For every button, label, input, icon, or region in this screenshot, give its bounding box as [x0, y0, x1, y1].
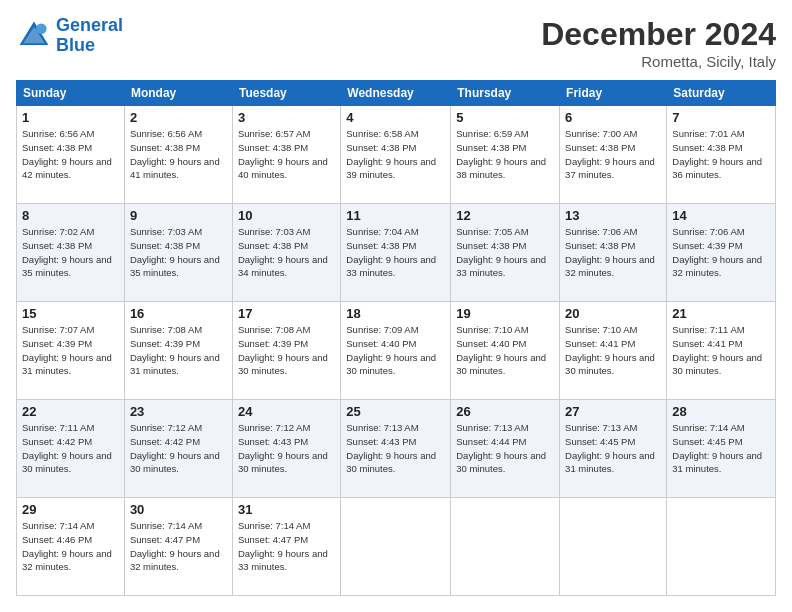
day-number: 26: [456, 404, 554, 419]
day-number: 6: [565, 110, 661, 125]
calendar-day: 21Sunrise: 7:11 AM Sunset: 4:41 PM Dayli…: [667, 302, 776, 400]
day-detail: Sunrise: 7:09 AM Sunset: 4:40 PM Dayligh…: [346, 323, 445, 378]
day-detail: Sunrise: 7:08 AM Sunset: 4:39 PM Dayligh…: [130, 323, 227, 378]
calendar-day: 1Sunrise: 6:56 AM Sunset: 4:38 PM Daylig…: [17, 106, 125, 204]
logo-line2: Blue: [56, 35, 95, 55]
day-number: 17: [238, 306, 335, 321]
weekday-header: Friday: [560, 81, 667, 106]
day-detail: Sunrise: 7:07 AM Sunset: 4:39 PM Dayligh…: [22, 323, 119, 378]
day-number: 13: [565, 208, 661, 223]
day-number: 15: [22, 306, 119, 321]
calendar-day: 16Sunrise: 7:08 AM Sunset: 4:39 PM Dayli…: [124, 302, 232, 400]
day-detail: Sunrise: 6:57 AM Sunset: 4:38 PM Dayligh…: [238, 127, 335, 182]
day-number: 3: [238, 110, 335, 125]
day-detail: Sunrise: 6:56 AM Sunset: 4:38 PM Dayligh…: [22, 127, 119, 182]
day-detail: Sunrise: 7:02 AM Sunset: 4:38 PM Dayligh…: [22, 225, 119, 280]
calendar-day: 19Sunrise: 7:10 AM Sunset: 4:40 PM Dayli…: [451, 302, 560, 400]
day-number: 4: [346, 110, 445, 125]
day-detail: Sunrise: 7:11 AM Sunset: 4:42 PM Dayligh…: [22, 421, 119, 476]
empty-cell: [667, 498, 776, 596]
empty-cell: [341, 498, 451, 596]
day-number: 11: [346, 208, 445, 223]
day-detail: Sunrise: 7:14 AM Sunset: 4:47 PM Dayligh…: [130, 519, 227, 574]
calendar-day: 13Sunrise: 7:06 AM Sunset: 4:38 PM Dayli…: [560, 204, 667, 302]
weekday-header: Monday: [124, 81, 232, 106]
calendar-day: 17Sunrise: 7:08 AM Sunset: 4:39 PM Dayli…: [232, 302, 340, 400]
calendar-day: 6Sunrise: 7:00 AM Sunset: 4:38 PM Daylig…: [560, 106, 667, 204]
day-number: 20: [565, 306, 661, 321]
calendar-day: 24Sunrise: 7:12 AM Sunset: 4:43 PM Dayli…: [232, 400, 340, 498]
location: Rometta, Sicily, Italy: [541, 53, 776, 70]
calendar-day: 10Sunrise: 7:03 AM Sunset: 4:38 PM Dayli…: [232, 204, 340, 302]
calendar-day: 11Sunrise: 7:04 AM Sunset: 4:38 PM Dayli…: [341, 204, 451, 302]
weekday-header: Thursday: [451, 81, 560, 106]
logo: General Blue: [16, 16, 123, 56]
calendar-day: 29Sunrise: 7:14 AM Sunset: 4:46 PM Dayli…: [17, 498, 125, 596]
day-number: 31: [238, 502, 335, 517]
calendar-day: 22Sunrise: 7:11 AM Sunset: 4:42 PM Dayli…: [17, 400, 125, 498]
day-detail: Sunrise: 7:13 AM Sunset: 4:44 PM Dayligh…: [456, 421, 554, 476]
day-number: 1: [22, 110, 119, 125]
calendar-day: 23Sunrise: 7:12 AM Sunset: 4:42 PM Dayli…: [124, 400, 232, 498]
day-number: 21: [672, 306, 770, 321]
empty-cell: [560, 498, 667, 596]
calendar-day: 20Sunrise: 7:10 AM Sunset: 4:41 PM Dayli…: [560, 302, 667, 400]
calendar-day: 26Sunrise: 7:13 AM Sunset: 4:44 PM Dayli…: [451, 400, 560, 498]
weekday-header: Saturday: [667, 81, 776, 106]
day-detail: Sunrise: 7:01 AM Sunset: 4:38 PM Dayligh…: [672, 127, 770, 182]
calendar-day: 27Sunrise: 7:13 AM Sunset: 4:45 PM Dayli…: [560, 400, 667, 498]
calendar-day: 12Sunrise: 7:05 AM Sunset: 4:38 PM Dayli…: [451, 204, 560, 302]
day-number: 24: [238, 404, 335, 419]
logo-icon: [16, 18, 52, 54]
day-detail: Sunrise: 7:14 AM Sunset: 4:46 PM Dayligh…: [22, 519, 119, 574]
day-detail: Sunrise: 7:06 AM Sunset: 4:39 PM Dayligh…: [672, 225, 770, 280]
title-block: December 2024 Rometta, Sicily, Italy: [541, 16, 776, 70]
logo-line1: General: [56, 15, 123, 35]
day-number: 22: [22, 404, 119, 419]
day-number: 12: [456, 208, 554, 223]
calendar-day: 25Sunrise: 7:13 AM Sunset: 4:43 PM Dayli…: [341, 400, 451, 498]
weekday-header: Sunday: [17, 81, 125, 106]
calendar-day: 18Sunrise: 7:09 AM Sunset: 4:40 PM Dayli…: [341, 302, 451, 400]
calendar-day: 2Sunrise: 6:56 AM Sunset: 4:38 PM Daylig…: [124, 106, 232, 204]
day-number: 27: [565, 404, 661, 419]
day-detail: Sunrise: 6:56 AM Sunset: 4:38 PM Dayligh…: [130, 127, 227, 182]
page: General Blue December 2024 Rometta, Sici…: [0, 0, 792, 612]
day-detail: Sunrise: 7:04 AM Sunset: 4:38 PM Dayligh…: [346, 225, 445, 280]
calendar-day: 31Sunrise: 7:14 AM Sunset: 4:47 PM Dayli…: [232, 498, 340, 596]
day-detail: Sunrise: 7:14 AM Sunset: 4:45 PM Dayligh…: [672, 421, 770, 476]
day-number: 8: [22, 208, 119, 223]
day-detail: Sunrise: 7:03 AM Sunset: 4:38 PM Dayligh…: [130, 225, 227, 280]
day-detail: Sunrise: 7:10 AM Sunset: 4:40 PM Dayligh…: [456, 323, 554, 378]
day-detail: Sunrise: 7:06 AM Sunset: 4:38 PM Dayligh…: [565, 225, 661, 280]
day-number: 7: [672, 110, 770, 125]
calendar-day: 9Sunrise: 7:03 AM Sunset: 4:38 PM Daylig…: [124, 204, 232, 302]
calendar-day: 4Sunrise: 6:58 AM Sunset: 4:38 PM Daylig…: [341, 106, 451, 204]
empty-cell: [451, 498, 560, 596]
day-detail: Sunrise: 7:10 AM Sunset: 4:41 PM Dayligh…: [565, 323, 661, 378]
day-number: 29: [22, 502, 119, 517]
day-number: 23: [130, 404, 227, 419]
calendar-day: 8Sunrise: 7:02 AM Sunset: 4:38 PM Daylig…: [17, 204, 125, 302]
day-detail: Sunrise: 6:59 AM Sunset: 4:38 PM Dayligh…: [456, 127, 554, 182]
day-number: 28: [672, 404, 770, 419]
svg-point-2: [36, 23, 47, 34]
day-detail: Sunrise: 7:03 AM Sunset: 4:38 PM Dayligh…: [238, 225, 335, 280]
day-number: 2: [130, 110, 227, 125]
day-detail: Sunrise: 7:12 AM Sunset: 4:42 PM Dayligh…: [130, 421, 227, 476]
day-number: 9: [130, 208, 227, 223]
day-number: 25: [346, 404, 445, 419]
day-number: 10: [238, 208, 335, 223]
month-title: December 2024: [541, 16, 776, 53]
calendar-day: 5Sunrise: 6:59 AM Sunset: 4:38 PM Daylig…: [451, 106, 560, 204]
calendar-day: 14Sunrise: 7:06 AM Sunset: 4:39 PM Dayli…: [667, 204, 776, 302]
day-detail: Sunrise: 7:11 AM Sunset: 4:41 PM Dayligh…: [672, 323, 770, 378]
calendar-table: SundayMondayTuesdayWednesdayThursdayFrid…: [16, 80, 776, 596]
calendar-day: 28Sunrise: 7:14 AM Sunset: 4:45 PM Dayli…: [667, 400, 776, 498]
day-number: 5: [456, 110, 554, 125]
day-detail: Sunrise: 7:00 AM Sunset: 4:38 PM Dayligh…: [565, 127, 661, 182]
day-number: 30: [130, 502, 227, 517]
day-number: 19: [456, 306, 554, 321]
weekday-header: Wednesday: [341, 81, 451, 106]
day-detail: Sunrise: 6:58 AM Sunset: 4:38 PM Dayligh…: [346, 127, 445, 182]
